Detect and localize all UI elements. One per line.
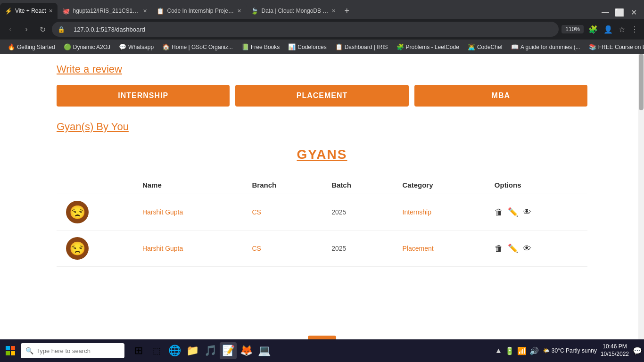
bookmark-free-course[interactable]: 📚 FREE Course on Dyna... (585, 42, 644, 51)
options-cell: 🗑 ✏️ 👁 (495, 207, 578, 217)
mba-button[interactable]: MBA (414, 85, 587, 107)
avatar: 😒 (66, 201, 89, 223)
tab-3-label: Code In Internship Project - Go... (167, 8, 234, 14)
maximize-button[interactable]: ⬜ (613, 6, 626, 19)
refresh-button[interactable]: ↻ (36, 23, 49, 36)
write-review-link[interactable]: Write a review (57, 63, 122, 75)
tab-4[interactable]: 🍃 Data | Cloud: MongoDB Cloud ✕ (246, 3, 340, 19)
row-avatar-cell: 😒 (57, 194, 133, 230)
edit-icon[interactable]: ✏️ (508, 243, 518, 254)
extensions-icon[interactable]: 🧩 (586, 23, 600, 36)
col-batch: Batch (322, 176, 393, 194)
page-content: Write a review INTERNSHIP PLACEMENT MBA … (0, 54, 644, 337)
tab-4-icon: 🍃 (251, 8, 258, 15)
col-branch: Branch (242, 176, 322, 194)
row-name[interactable]: Harshit Gupta (133, 230, 243, 267)
col-options: Options (485, 176, 587, 194)
avatar: 😒 (66, 237, 89, 260)
tab-1[interactable]: ⚡ Vite + React ✕ (0, 3, 58, 19)
placement-button[interactable]: PLACEMENT (235, 85, 408, 107)
tab-bar: ⚡ Vite + React ✕ 🐙 hgupta12/IRIS_211CS13… (0, 0, 644, 19)
tab-2-close[interactable]: ✕ (143, 8, 147, 14)
close-button[interactable]: ✕ (627, 6, 640, 19)
scroll-thumb[interactable] (639, 54, 644, 110)
bookmark-guide[interactable]: 📖 A guide for dummies (... (507, 42, 584, 51)
col-name: Name (133, 176, 243, 194)
minimize-button[interactable]: — (599, 6, 612, 19)
delete-icon[interactable]: 🗑 (495, 207, 503, 217)
bookmark-codechef[interactable]: 👨‍💻 CodeChef (464, 42, 506, 51)
bookmark-dashboard-iris[interactable]: 📋 Dashboard | IRIS (331, 42, 392, 51)
tab-3-icon: 📋 (157, 8, 164, 15)
tab-4-label: Data | Cloud: MongoDB Cloud (261, 8, 329, 14)
bookmarks-bar: 🔥 Getting Started 🟢 Dynamic A2OJ 💬 Whats… (0, 40, 644, 54)
col-category: Category (393, 176, 485, 194)
review-buttons-row: INTERNSHIP PLACEMENT MBA (57, 85, 587, 107)
tab-1-label: Vite + React (15, 8, 46, 14)
tab-2-label: hgupta12/IRIS_211CS130_2_ME... (73, 8, 140, 14)
table-row: 😒 Harshit Gupta CS 2025 Placement 🗑 ✏️ 👁 (57, 230, 587, 267)
page-indicator (308, 336, 336, 337)
bookmark-gsoc[interactable]: 🏠 Home | GSoC Organiz... (158, 42, 237, 51)
row-batch: 2025 (322, 230, 393, 267)
internship-button[interactable]: INTERNSHIP (57, 85, 230, 107)
table-body: 😒 Harshit Gupta CS 2025 Internship 🗑 ✏️ … (57, 194, 587, 267)
menu-icon[interactable]: ⋮ (629, 23, 640, 36)
bookmark-codeforces[interactable]: 📊 Codeforces (284, 42, 330, 51)
scrollbar[interactable] (638, 54, 644, 337)
tab-2[interactable]: 🐙 hgupta12/IRIS_211CS130_2_ME... ✕ (58, 3, 152, 19)
bookmark-free-books[interactable]: 📗 Free Books (238, 42, 283, 51)
table-header-row: Name Branch Batch Category Options (57, 176, 587, 194)
tab-1-close[interactable]: ✕ (49, 8, 53, 14)
row-branch: CS (242, 230, 322, 267)
browser-nav-icons: 🧩 👤 ☆ ⋮ (586, 23, 640, 36)
edit-icon[interactable]: ✏️ (508, 207, 518, 217)
options-cell: 🗑 ✏️ 👁 (495, 243, 578, 254)
row-category: Internship (393, 194, 485, 230)
delete-icon[interactable]: 🗑 (495, 244, 503, 254)
profile-icon[interactable]: 👤 (602, 23, 615, 36)
row-category: Placement (393, 230, 485, 267)
bookmark-whatsapp[interactable]: 💬 Whatsapp (115, 42, 157, 51)
tab-3[interactable]: 📋 Code In Internship Project - Go... ✕ (152, 3, 246, 19)
col-avatar (57, 176, 133, 194)
nav-bar: ‹ › ↻ 🔒 127.0.0.1:5173/dashboard 110% 🧩 … (0, 19, 644, 40)
star-icon[interactable]: ☆ (617, 23, 627, 36)
view-icon[interactable]: 👁 (523, 244, 531, 254)
tab-1-icon: ⚡ (5, 8, 12, 15)
row-name[interactable]: Harshit Gupta (133, 194, 243, 230)
row-avatar-cell: 😒 (57, 230, 133, 267)
gyans-title: GYANS (57, 147, 587, 162)
gyans-section: GYANS Name Branch Batch Category Options… (57, 147, 587, 267)
zoom-level: 110% (561, 25, 584, 33)
tab-3-close[interactable]: ✕ (237, 8, 241, 14)
tab-2-icon: 🐙 (62, 8, 70, 15)
security-icon: 🔒 (58, 26, 65, 33)
new-tab-button[interactable]: + (340, 3, 353, 19)
bookmark-dynamic-a2oj[interactable]: 🟢 Dynamic A2OJ (60, 42, 114, 51)
gyans-table: Name Branch Batch Category Options 😒 Har… (57, 176, 587, 267)
address-bar[interactable]: 🔒 127.0.0.1:5173/dashboard (52, 22, 559, 37)
row-branch: CS (242, 194, 322, 230)
forward-button[interactable]: › (20, 23, 33, 36)
browser-chrome: ⚡ Vite + React ✕ 🐙 hgupta12/IRIS_211CS13… (0, 0, 644, 54)
view-icon[interactable]: 👁 (523, 207, 531, 217)
bookmark-getting-started[interactable]: 🔥 Getting Started (4, 42, 59, 51)
back-button[interactable]: ‹ (4, 23, 17, 36)
bookmark-leetcode[interactable]: 🧩 Problems - LeetCode (393, 42, 463, 51)
tab-4-close[interactable]: ✕ (331, 8, 336, 14)
url-display: 127.0.0.1:5173/dashboard (68, 22, 553, 37)
table-row: 😒 Harshit Gupta CS 2025 Internship 🗑 ✏️ … (57, 194, 587, 230)
row-options: 🗑 ✏️ 👁 (485, 230, 587, 267)
row-batch: 2025 (322, 194, 393, 230)
table-header: Name Branch Batch Category Options (57, 176, 587, 194)
row-options: 🗑 ✏️ 👁 (485, 194, 587, 230)
gyans-by-you-link[interactable]: Gyan(s) By You (57, 121, 129, 133)
